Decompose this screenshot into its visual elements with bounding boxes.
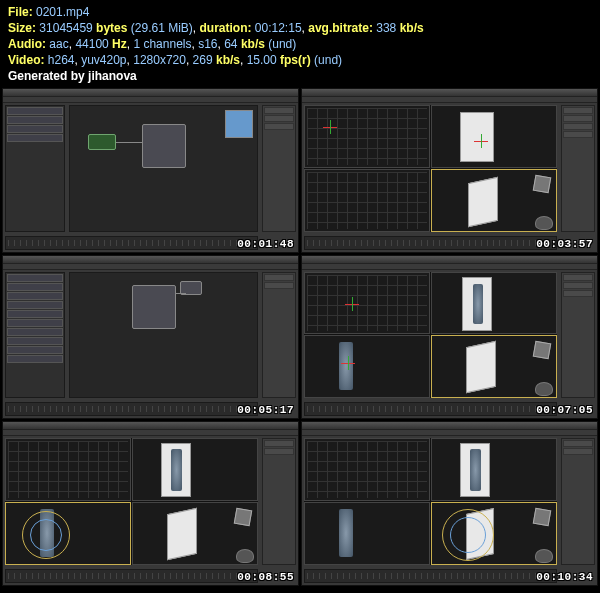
window-body <box>3 270 298 419</box>
window-body <box>302 270 597 419</box>
size-bytes: 31045459 <box>39 21 92 35</box>
timestamp: 00:05:17 <box>237 404 294 416</box>
thumb-2: 00:03:57 <box>301 88 598 253</box>
list-item <box>7 337 63 345</box>
media-info-header: File: 0201.mp4 Size: 31045459 bytes (29.… <box>0 0 600 86</box>
slate-canvas <box>69 272 258 399</box>
timestamp: 00:03:57 <box>536 238 593 250</box>
command-panel <box>262 105 296 232</box>
viewport-top <box>304 272 430 335</box>
panel-row <box>264 107 294 114</box>
viewport-quad <box>304 438 557 565</box>
shader-node <box>142 124 186 168</box>
thumb-3: 00:05:17 <box>2 255 299 420</box>
viewport-front <box>431 272 557 335</box>
video-und: (und) <box>314 53 342 67</box>
audio-kb-unit: kb/s <box>241 37 265 51</box>
panel-row <box>264 282 294 289</box>
thumb-4: 00:07:05 <box>301 255 598 420</box>
timestamp: 00:07:05 <box>536 404 593 416</box>
list-item <box>7 116 63 124</box>
video-pix: yuv420p <box>81 53 126 67</box>
video-line: Video: h264, yuv420p, 1280x720, 269 kb/s… <box>8 52 592 68</box>
timestamp: 00:10:34 <box>536 571 593 583</box>
video-codec: h264 <box>48 53 75 67</box>
timeline <box>304 236 557 250</box>
window-titlebar <box>3 422 298 430</box>
reference-plane <box>468 177 498 227</box>
list-item <box>7 355 63 363</box>
viewcube-icon <box>533 175 552 194</box>
window-body <box>3 436 298 585</box>
size-mib: (29.61 MiB) <box>131 21 193 35</box>
command-panel <box>262 272 296 399</box>
window-titlebar <box>302 256 597 264</box>
thumb-1: 00:01:48 <box>2 88 299 253</box>
list-item <box>7 274 63 282</box>
list-item <box>7 346 63 354</box>
viewport-front <box>431 105 557 168</box>
size-line: Size: 31045459 bytes (29.61 MiB), durati… <box>8 20 592 36</box>
list-item <box>7 125 63 133</box>
generated-line: Generated by jihanova <box>8 68 592 84</box>
viewport-quad <box>304 105 557 232</box>
material-preview <box>225 110 253 138</box>
axis-gizmo-icon <box>341 356 355 370</box>
panel-row <box>264 123 294 130</box>
audio-line: Audio: aac, 44100 Hz, 1 channels, s16, 6… <box>8 36 592 52</box>
timestamp: 00:08:55 <box>237 571 294 583</box>
window-body <box>302 436 597 585</box>
panel-row <box>563 440 593 447</box>
timeline <box>5 402 258 416</box>
list-item <box>7 107 63 115</box>
window-body <box>3 103 298 252</box>
viewport-top <box>5 438 131 501</box>
axis-gizmo-icon <box>345 297 359 311</box>
list-item <box>7 319 63 327</box>
viewport-left <box>304 335 430 398</box>
audio-s16: s16 <box>198 37 217 51</box>
audio-und: (und) <box>268 37 296 51</box>
node-wire <box>176 293 186 294</box>
viewport-top <box>304 438 430 501</box>
video-fps: 15.00 <box>247 53 277 67</box>
panel-row <box>563 131 593 138</box>
audio-channels: 1 channels <box>133 37 191 51</box>
timeline <box>304 402 557 416</box>
reference-plane <box>460 443 490 497</box>
viewport-left <box>304 169 430 232</box>
viewport-left <box>304 502 430 565</box>
panel-row <box>264 115 294 122</box>
timestamp: 00:01:48 <box>237 238 294 250</box>
video-kb: 269 <box>193 53 213 67</box>
command-panel <box>262 438 296 565</box>
grid-icon <box>307 275 427 332</box>
grid-icon <box>307 108 427 165</box>
file-label: File: <box>8 5 33 19</box>
command-panel <box>561 438 595 565</box>
audio-label: Audio: <box>8 37 46 51</box>
node-wire <box>116 142 142 143</box>
character-figure <box>470 449 481 491</box>
panel-row <box>563 274 593 281</box>
material-browser <box>5 272 65 399</box>
window-titlebar <box>302 422 597 430</box>
viewport-left <box>5 502 131 565</box>
material-browser <box>5 105 65 232</box>
panel-row <box>563 123 593 130</box>
viewport-top <box>304 105 430 168</box>
window-titlebar <box>3 256 298 264</box>
thumbnail-grid: 00:01:48 <box>0 86 600 588</box>
panel-row <box>264 448 294 455</box>
bitrate-value: 338 <box>376 21 396 35</box>
duration-label: duration: <box>200 21 252 35</box>
viewcube-icon <box>533 341 552 360</box>
reference-plane <box>466 341 496 393</box>
list-item <box>7 310 63 318</box>
viewport-quad <box>5 438 258 565</box>
material-node <box>88 134 116 150</box>
timeline <box>304 569 557 583</box>
command-panel <box>561 272 595 399</box>
reference-plane <box>462 277 492 331</box>
grid-icon <box>307 172 427 229</box>
